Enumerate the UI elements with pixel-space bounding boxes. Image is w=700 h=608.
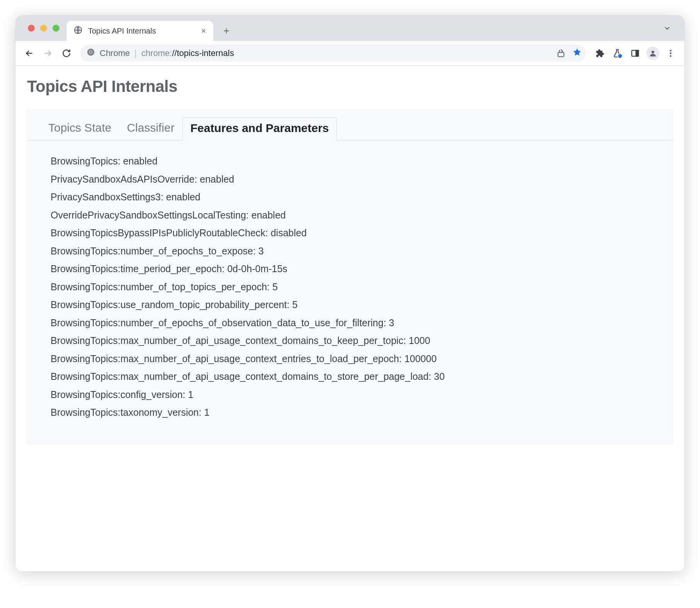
toolbar-right bbox=[591, 45, 679, 62]
forward-button[interactable] bbox=[39, 45, 56, 62]
bookmark-star-icon[interactable] bbox=[573, 47, 582, 59]
feature-name: OverridePrivacySandboxSettingsLocalTesti… bbox=[51, 210, 246, 220]
feature-row: BrowsingTopics:taxonomy_version: 1 bbox=[51, 403, 673, 422]
minimize-window-button[interactable] bbox=[40, 25, 47, 32]
feature-separator: : bbox=[183, 389, 188, 400]
feature-name: BrowsingTopics:number_of_epochs_to_expos… bbox=[51, 246, 253, 256]
feature-separator: : bbox=[161, 191, 166, 202]
url-scheme: chrome: bbox=[141, 48, 172, 58]
svg-point-3 bbox=[90, 51, 92, 53]
menu-button[interactable] bbox=[662, 45, 679, 62]
feature-value: enabled bbox=[166, 191, 200, 202]
feature-name: BrowsingTopics:time_period_per_epoch bbox=[51, 263, 222, 274]
feature-value: 100000 bbox=[404, 353, 437, 364]
address-bar[interactable]: Chrome | chrome://topics-internals bbox=[80, 45, 586, 62]
feature-name: BrowsingTopics bbox=[51, 156, 118, 166]
globe-icon bbox=[73, 25, 83, 37]
feature-value: disabled bbox=[271, 227, 307, 238]
reload-button[interactable] bbox=[58, 45, 75, 62]
feature-row: BrowsingTopics:max_number_of_api_usage_c… bbox=[51, 332, 673, 350]
feature-separator: : bbox=[253, 246, 258, 256]
svg-point-8 bbox=[670, 49, 671, 51]
labs-button[interactable] bbox=[609, 45, 626, 62]
feature-value: 1000 bbox=[409, 335, 430, 346]
feature-row: PrivacySandboxAdsAPIsOverride: enabled bbox=[51, 170, 673, 188]
feature-value: 5 bbox=[292, 299, 297, 310]
url-separator: | bbox=[134, 48, 137, 58]
feature-name: BrowsingTopics:config_version bbox=[51, 389, 183, 400]
feature-name: BrowsingTopics:number_of_top_topics_per_… bbox=[51, 281, 267, 292]
feature-value: 1 bbox=[188, 389, 194, 400]
close-tab-button[interactable] bbox=[199, 27, 208, 35]
svg-rect-4 bbox=[558, 52, 564, 56]
content-panel: Topics StateClassifierFeatures and Param… bbox=[27, 110, 673, 444]
feature-value: 30 bbox=[434, 371, 445, 382]
tabs-dropdown-button[interactable] bbox=[661, 22, 673, 34]
url-path: //topics-internals bbox=[172, 48, 234, 58]
labs-notification-dot bbox=[617, 53, 623, 59]
content-tabs: Topics StateClassifierFeatures and Param… bbox=[27, 110, 673, 141]
feature-name: PrivacySandboxAdsAPIsOverride bbox=[51, 174, 194, 185]
feature-separator: : bbox=[267, 281, 272, 292]
feature-name: BrowsingTopics:max_number_of_api_usage_c… bbox=[51, 371, 428, 382]
maximize-window-button[interactable] bbox=[53, 25, 59, 32]
feature-separator: : bbox=[222, 263, 227, 274]
feature-name: PrivacySandboxSettings3 bbox=[51, 191, 161, 202]
content-tab-classifier[interactable]: Classifier bbox=[119, 117, 182, 141]
svg-point-9 bbox=[670, 52, 671, 54]
feature-separator: : bbox=[399, 353, 404, 364]
tab-strip: Topics API Internals bbox=[15, 15, 685, 41]
feature-row: PrivacySandboxSettings3: enabled bbox=[51, 188, 673, 206]
feature-row: BrowsingTopics:time_period_per_epoch: 0d… bbox=[51, 260, 673, 278]
share-button[interactable] bbox=[554, 46, 568, 60]
content-tab-topics-state[interactable]: Topics State bbox=[41, 117, 119, 141]
feature-row: BrowsingTopics:max_number_of_api_usage_c… bbox=[51, 368, 673, 386]
feature-row: BrowsingTopics:max_number_of_api_usage_c… bbox=[51, 350, 673, 368]
feature-row: BrowsingTopics:config_version: 1 bbox=[51, 386, 673, 404]
feature-name: BrowsingTopics:number_of_epochs_of_obser… bbox=[51, 317, 384, 328]
close-window-button[interactable] bbox=[28, 25, 35, 32]
feature-value: enabled bbox=[200, 174, 234, 185]
feature-list: BrowsingTopics: enabledPrivacySandboxAds… bbox=[27, 141, 673, 443]
feature-name: BrowsingTopics:taxonomy_version bbox=[51, 407, 199, 418]
feature-row: BrowsingTopicsBypassIPIsPubliclyRoutable… bbox=[51, 224, 673, 242]
feature-name: BrowsingTopics:max_number_of_api_usage_c… bbox=[51, 353, 399, 364]
feature-name: BrowsingTopicsBypassIPIsPubliclyRoutable… bbox=[51, 227, 265, 238]
svg-point-10 bbox=[670, 55, 671, 56]
feature-separator: : bbox=[246, 210, 251, 220]
feature-separator: : bbox=[199, 407, 204, 418]
feature-value: 3 bbox=[389, 317, 394, 328]
feature-value: 3 bbox=[258, 246, 264, 256]
page-content: Topics API Internals Topics StateClassif… bbox=[15, 66, 685, 571]
page-title: Topics API Internals bbox=[27, 77, 673, 96]
feature-value: enabled bbox=[251, 210, 286, 220]
toolbar: Chrome | chrome://topics-internals bbox=[15, 41, 685, 66]
profile-button[interactable] bbox=[644, 45, 661, 62]
browser-window: Topics API Internals Chrome | bbox=[15, 15, 685, 571]
content-tab-features-and-parameters[interactable]: Features and Parameters bbox=[182, 117, 337, 141]
feature-row: BrowsingTopics: enabled bbox=[51, 152, 673, 170]
feature-separator: : bbox=[265, 227, 271, 238]
url-origin: Chrome bbox=[100, 48, 130, 58]
feature-separator: : bbox=[428, 371, 434, 382]
feature-name: BrowsingTopics:use_random_topic_probabil… bbox=[51, 299, 287, 310]
feature-row: BrowsingTopics:number_of_epochs_to_expos… bbox=[51, 242, 673, 260]
back-button[interactable] bbox=[21, 45, 38, 62]
feature-value: 5 bbox=[272, 281, 278, 292]
feature-separator: : bbox=[118, 156, 123, 166]
feature-value: 1 bbox=[204, 407, 209, 418]
feature-value: enabled bbox=[123, 156, 158, 166]
feature-separator: : bbox=[194, 174, 200, 185]
feature-separator: : bbox=[287, 299, 292, 310]
feature-row: OverridePrivacySandboxSettingsLocalTesti… bbox=[51, 206, 673, 224]
svg-point-7 bbox=[651, 51, 654, 53]
sidepanel-button[interactable] bbox=[627, 45, 644, 62]
window-controls bbox=[20, 15, 66, 41]
extensions-button[interactable] bbox=[591, 45, 608, 62]
feature-name: BrowsingTopics:max_number_of_api_usage_c… bbox=[51, 335, 403, 346]
browser-tab[interactable]: Topics API Internals bbox=[66, 21, 213, 41]
chrome-icon bbox=[87, 48, 95, 59]
feature-row: BrowsingTopics:number_of_top_topics_per_… bbox=[51, 278, 673, 296]
new-tab-button[interactable] bbox=[219, 23, 234, 39]
avatar bbox=[646, 47, 659, 60]
